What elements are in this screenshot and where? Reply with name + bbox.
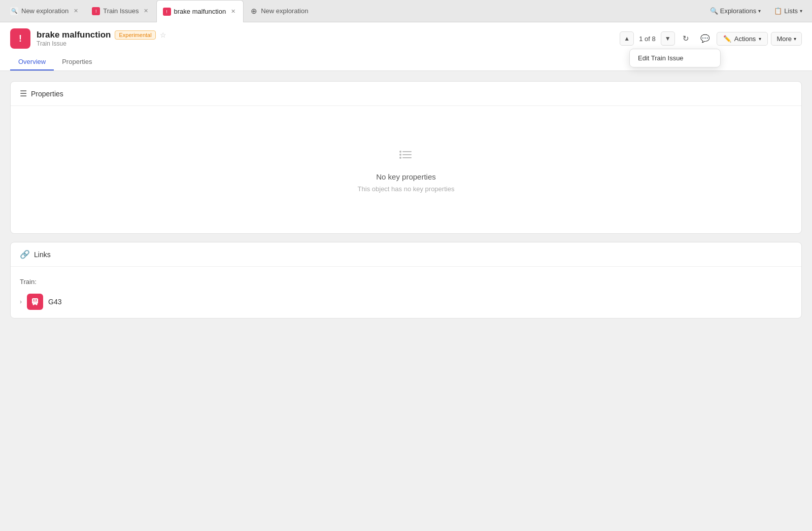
properties-header-icon: ☰	[20, 89, 27, 98]
nav-down-button[interactable]: ▼	[661, 31, 675, 46]
page-icon: !	[10, 28, 30, 49]
explorations-icon: 🔍	[710, 7, 718, 15]
edit-train-issue-label: Edit Train Issue	[638, 54, 684, 62]
tab-properties[interactable]: Properties	[54, 54, 100, 70]
tab-overview-label: Overview	[18, 58, 46, 65]
g43-label: G43	[48, 298, 61, 306]
links-card-header: 🔗 Links	[11, 242, 801, 267]
tab-overview[interactable]: Overview	[10, 54, 54, 70]
nav-up-button[interactable]: ▲	[620, 31, 634, 46]
link-chevron-icon: ›	[20, 298, 22, 305]
tab-properties-label: Properties	[62, 58, 92, 65]
page-subtitle: Train Issue	[37, 40, 166, 47]
tab-close-btn[interactable]: ✕	[72, 7, 80, 15]
svg-point-2	[399, 154, 401, 156]
actions-label: Actions	[734, 35, 756, 43]
svg-rect-9	[36, 300, 37, 301]
more-chevron-icon: ▾	[794, 36, 796, 42]
svg-rect-1	[402, 151, 412, 152]
empty-state-subtitle: This object has no key properties	[358, 185, 455, 193]
tab-brake-malfunction[interactable]: ! brake malfunction ✕	[156, 0, 244, 22]
more-button[interactable]: More ▾	[771, 32, 802, 46]
tab-close-btn[interactable]: ✕	[229, 8, 237, 16]
page-icon-char: !	[19, 33, 22, 44]
actions-button[interactable]: ✏️ Actions ▾	[717, 32, 768, 46]
g43-icon	[27, 294, 43, 310]
svg-rect-13	[33, 304, 37, 305]
properties-card-body: No key properties This object has no key…	[11, 106, 801, 233]
properties-card: ☰ Properties No key properties T	[10, 81, 802, 234]
explorations-button[interactable]: 🔍 Explorations ▾	[704, 5, 767, 17]
page-title-area: ! brake malfunction Experimental ☆ Train…	[10, 28, 166, 49]
links-header-label: Links	[34, 251, 51, 259]
properties-header-label: Properties	[31, 90, 63, 98]
actions-chevron-icon: ▾	[759, 36, 761, 42]
experimental-badge: Experimental	[115, 30, 155, 40]
svg-rect-8	[33, 300, 35, 301]
svg-rect-10	[33, 301, 38, 302]
page-title-text: brake malfunction Experimental ☆ Train I…	[37, 30, 166, 47]
links-card: 🔗 Links Train: ›	[10, 242, 802, 318]
svg-point-0	[399, 151, 401, 153]
tab-bar: 🔍 New exploration ✕ ! Train Issues ✕ ! b…	[0, 0, 812, 22]
tab-bar-right: 🔍 Explorations ▾ 📋 Lists ▾	[704, 5, 808, 17]
lists-icon: 📋	[774, 7, 782, 15]
comment-button[interactable]: 💬	[697, 30, 714, 47]
tab-new-exploration-2[interactable]: ⊕ New exploration	[244, 0, 314, 22]
lists-button[interactable]: 📋 Lists ▾	[768, 5, 808, 17]
tab-train-issues[interactable]: ! Train Issues ✕	[86, 0, 156, 22]
lists-label: Lists	[784, 7, 798, 15]
tab-label: New exploration	[261, 7, 308, 15]
more-label: More	[776, 35, 792, 43]
list-item[interactable]: › G43	[11, 290, 801, 314]
edit-train-issue-item[interactable]: Edit Train Issue	[630, 49, 720, 67]
tab-new-exploration-1[interactable]: 🔍 New exploration ✕	[4, 0, 86, 22]
links-header-icon: 🔗	[20, 250, 30, 259]
actions-dropdown-menu: Edit Train Issue	[629, 49, 721, 67]
svg-rect-7	[32, 298, 38, 304]
explorations-chevron-icon: ▾	[758, 8, 761, 14]
train-links-label: Train:	[11, 271, 801, 290]
empty-state-title: No key properties	[376, 172, 436, 181]
svg-point-4	[399, 157, 401, 159]
tab-label: Train Issues	[103, 7, 139, 15]
header-controls: ▲ 1 of 8 ▼ ↻ 💬 ✏️ Actions ▾ More ▾	[620, 30, 802, 47]
links-card-body: Train: › G43	[11, 267, 801, 318]
explorations-label: Explorations	[720, 7, 757, 15]
svg-rect-5	[402, 157, 412, 158]
tab-label: New exploration	[21, 7, 69, 15]
tab-label: brake malfunction	[174, 8, 226, 15]
properties-empty-state: No key properties This object has no key…	[20, 116, 792, 223]
nav-counter: 1 of 8	[637, 35, 658, 43]
svg-rect-3	[402, 154, 412, 155]
plus-tab-icon: ⊕	[250, 7, 258, 15]
page-title: brake malfunction	[37, 30, 111, 40]
search-tab-icon: 🔍	[10, 7, 18, 15]
empty-state-icon	[398, 147, 414, 166]
train-issues-tab-icon: !	[92, 7, 100, 15]
actions-edit-icon: ✏️	[723, 35, 731, 43]
refresh-button[interactable]: ↻	[678, 30, 694, 47]
main-content: ☰ Properties No key properties T	[0, 71, 812, 529]
brake-malfunction-tab-icon: !	[163, 8, 171, 16]
properties-card-header: ☰ Properties	[11, 82, 801, 106]
lists-chevron-icon: ▾	[800, 8, 802, 14]
tab-close-btn[interactable]: ✕	[142, 7, 150, 15]
star-icon[interactable]: ☆	[160, 31, 166, 39]
